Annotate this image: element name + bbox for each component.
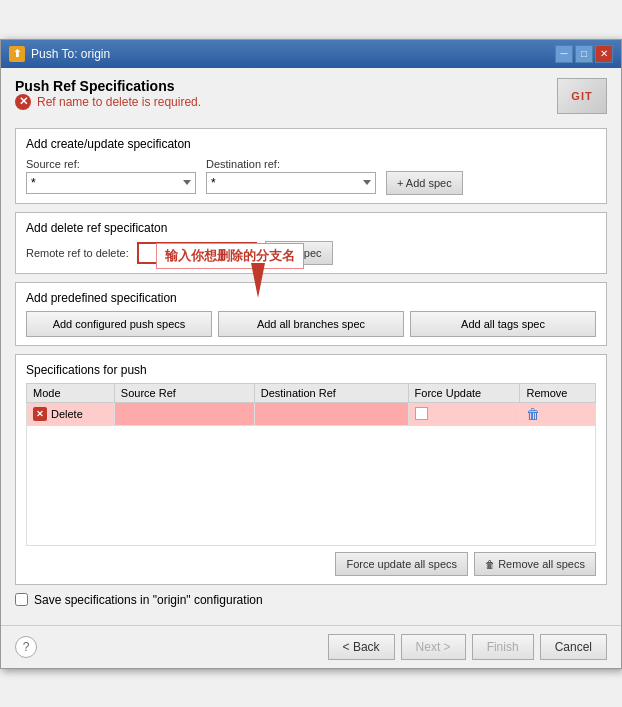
force-update-checkbox[interactable] bbox=[415, 407, 428, 420]
page-title-text: Push Ref Specifications bbox=[15, 78, 201, 94]
delete-ref-add-spec-button[interactable]: Add spec bbox=[265, 241, 333, 265]
create-update-section: Add create/update specificaton Source re… bbox=[15, 128, 607, 204]
force-update-all-specs-button[interactable]: Force update all specs bbox=[335, 552, 468, 576]
minimize-button[interactable]: ─ bbox=[555, 45, 573, 63]
trash-icon[interactable]: 🗑 bbox=[526, 406, 540, 422]
col-source-ref: Source Ref bbox=[114, 383, 254, 402]
col-force-update: Force Update bbox=[408, 383, 520, 402]
source-ref-label: Source ref: bbox=[26, 158, 196, 170]
main-content: Push Ref Specifications ✕ Ref name to de… bbox=[1, 68, 621, 625]
create-update-add-spec-button[interactable]: + Add spec bbox=[386, 171, 463, 195]
nav-buttons: < Back Next > Finish Cancel bbox=[328, 634, 607, 660]
remove-all-icon: 🗑 bbox=[485, 559, 495, 570]
error-text: Ref name to delete is required. bbox=[37, 95, 201, 109]
col-remove: Remove bbox=[520, 383, 596, 402]
delete-ref-title: Add delete ref specificaton bbox=[26, 221, 596, 235]
window-title: Push To: origin bbox=[31, 47, 110, 61]
add-configured-push-specs-button[interactable]: Add configured push specs bbox=[26, 311, 212, 337]
cancel-button[interactable]: Cancel bbox=[540, 634, 607, 660]
col-mode: Mode bbox=[27, 383, 115, 402]
title-bar-controls: ─ □ ✕ bbox=[555, 45, 613, 63]
error-message: ✕ Ref name to delete is required. bbox=[15, 94, 201, 110]
title-bar-left: ⬆ Push To: origin bbox=[9, 46, 110, 62]
dest-ref-select[interactable]: * bbox=[206, 172, 376, 194]
create-update-form: Source ref: * Destination ref: * + Add s… bbox=[26, 157, 596, 195]
mode-label: Delete bbox=[51, 408, 83, 420]
source-ref-select[interactable]: * bbox=[26, 172, 196, 194]
remove-cell: 🗑 bbox=[520, 402, 596, 425]
finish-button[interactable]: Finish bbox=[472, 634, 534, 660]
predefined-buttons: Add configured push specs Add all branch… bbox=[26, 311, 596, 337]
add-all-branches-spec-button[interactable]: Add all branches spec bbox=[218, 311, 404, 337]
git-logo: GIT bbox=[557, 78, 607, 114]
mode-cell: ✕ Delete bbox=[27, 402, 115, 425]
specs-title: Specifications for push bbox=[26, 363, 596, 377]
page-header: Push Ref Specifications ✕ Ref name to de… bbox=[15, 78, 607, 120]
specs-table: Mode Source Ref Destination Ref Force Up… bbox=[26, 383, 596, 546]
dest-ref-label: Destination ref: bbox=[206, 158, 376, 170]
specs-table-header: Mode Source Ref Destination Ref Force Up… bbox=[27, 383, 596, 402]
remote-ref-label: Remote ref to delete: bbox=[26, 247, 129, 259]
specs-table-body: ✕ Delete 🗑 bbox=[27, 402, 596, 545]
specs-section: Specifications for push Mode Source Ref … bbox=[15, 354, 607, 585]
delete-ref-form: Remote ref to delete: Add spec bbox=[26, 241, 596, 265]
create-update-title: Add create/update specificaton bbox=[26, 137, 596, 151]
bottom-bar: ? < Back Next > Finish Cancel bbox=[1, 625, 621, 668]
dest-ref-group: Destination ref: * bbox=[206, 158, 376, 194]
force-update-cell bbox=[408, 402, 520, 425]
title-bar: ⬆ Push To: origin ─ □ ✕ bbox=[1, 40, 621, 68]
add-all-tags-spec-button[interactable]: Add all tags spec bbox=[410, 311, 596, 337]
remote-ref-input[interactable] bbox=[137, 242, 257, 264]
remove-all-label: Remove all specs bbox=[498, 558, 585, 570]
error-icon: ✕ bbox=[15, 94, 31, 110]
dest-ref-cell[interactable] bbox=[254, 402, 408, 425]
save-label: Save specifications in "origin" configur… bbox=[34, 593, 263, 607]
help-button[interactable]: ? bbox=[15, 636, 37, 658]
source-ref-cell[interactable] bbox=[114, 402, 254, 425]
mode-delete-icon: ✕ bbox=[33, 407, 47, 421]
empty-rows bbox=[27, 425, 596, 545]
window-icon: ⬆ bbox=[9, 46, 25, 62]
close-button[interactable]: ✕ bbox=[595, 45, 613, 63]
page-title: Push Ref Specifications ✕ Ref name to de… bbox=[15, 78, 201, 120]
delete-ref-section: Add delete ref specificaton Remote ref t… bbox=[15, 212, 607, 274]
predefined-title: Add predefined specification bbox=[26, 291, 596, 305]
specs-footer: Force update all specs 🗑 Remove all spec… bbox=[26, 552, 596, 576]
back-button[interactable]: < Back bbox=[328, 634, 395, 660]
next-button[interactable]: Next > bbox=[401, 634, 466, 660]
maximize-button[interactable]: □ bbox=[575, 45, 593, 63]
predefined-section: Add predefined specification Add configu… bbox=[15, 282, 607, 346]
table-row: ✕ Delete 🗑 bbox=[27, 402, 596, 425]
col-dest-ref: Destination Ref bbox=[254, 383, 408, 402]
main-window: ⬆ Push To: origin ─ □ ✕ Push Ref Specifi… bbox=[0, 39, 622, 669]
specs-header-row: Mode Source Ref Destination Ref Force Up… bbox=[27, 383, 596, 402]
save-row: Save specifications in "origin" configur… bbox=[15, 593, 607, 607]
source-ref-group: Source ref: * bbox=[26, 158, 196, 194]
remove-all-specs-button[interactable]: 🗑 Remove all specs bbox=[474, 552, 596, 576]
save-checkbox[interactable] bbox=[15, 593, 28, 606]
